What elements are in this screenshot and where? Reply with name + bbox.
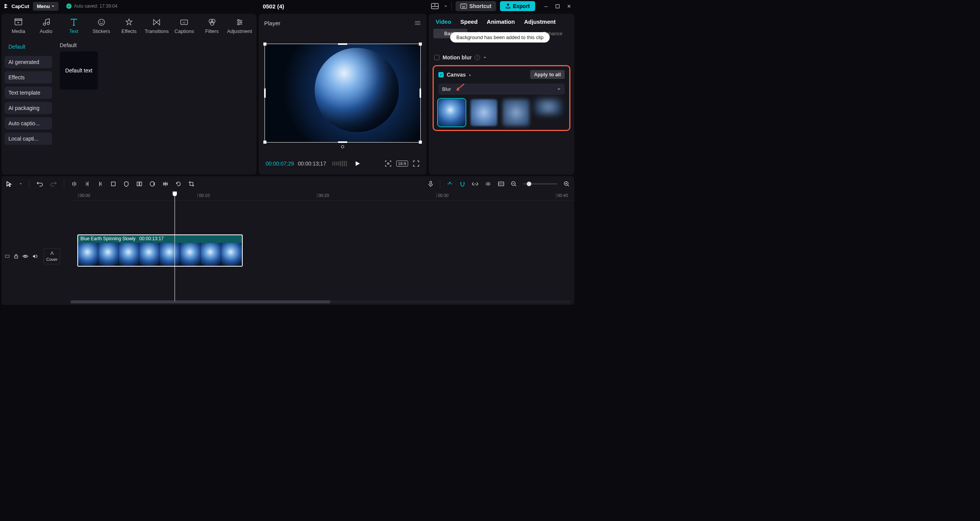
inspector-tab-adjustment[interactable]: Adjustment: [524, 18, 556, 25]
redo-icon[interactable]: [50, 181, 57, 187]
time-current: 00:00:07;29: [266, 161, 294, 167]
align-icon[interactable]: [485, 181, 492, 187]
zoom-out-icon[interactable]: [511, 181, 517, 187]
resize-handle-br[interactable]: [419, 141, 422, 144]
lock-icon[interactable]: [14, 254, 18, 259]
clip-thumbnail: [78, 243, 99, 266]
sidebar-item-effects[interactable]: Effects: [5, 71, 52, 84]
play-button[interactable]: [354, 161, 361, 167]
canvas-section-highlight: ✓ Canvas ▴ Apply to all Blur: [433, 65, 570, 131]
inspector-tab-speed[interactable]: Speed: [461, 18, 478, 25]
delete-right-icon[interactable]: [97, 181, 103, 187]
close-button[interactable]: ✕: [566, 3, 572, 9]
undo-icon[interactable]: [36, 181, 43, 187]
inspector-tab-video[interactable]: Video: [436, 18, 451, 25]
blur-preset-4[interactable]: [535, 99, 562, 115]
resize-handle-tl[interactable]: [263, 43, 266, 46]
shield-icon[interactable]: [123, 181, 129, 187]
fullscreen-icon[interactable]: [413, 160, 420, 167]
shortcut-button[interactable]: Shortcut: [456, 1, 496, 11]
inspector-tab-animation[interactable]: Animation: [487, 18, 515, 25]
split-icon[interactable]: [71, 181, 77, 187]
apply-to-all-button[interactable]: Apply to all: [530, 70, 565, 79]
rotate-icon[interactable]: [175, 181, 181, 187]
tab-text[interactable]: Text: [60, 16, 87, 36]
clip-thumbnail: [99, 243, 119, 266]
tab-media[interactable]: Media: [5, 16, 32, 36]
tab-audio[interactable]: Audio: [32, 16, 60, 36]
mute-icon[interactable]: [32, 254, 38, 259]
player-menu-icon[interactable]: [414, 20, 421, 26]
reverse-icon[interactable]: [136, 181, 142, 187]
export-button[interactable]: Export: [500, 1, 535, 11]
aspect-ratio-button[interactable]: 16:9: [396, 161, 408, 167]
clip-thumbnail: [160, 243, 181, 266]
resize-handle-bottom[interactable]: [338, 141, 347, 143]
mic-icon[interactable]: [428, 180, 434, 187]
minimize-button[interactable]: ─: [543, 3, 549, 9]
blur-dropdown[interactable]: Blur: [438, 84, 565, 95]
resize-handle-top[interactable]: [338, 43, 347, 45]
selection-tool-icon[interactable]: [6, 181, 12, 187]
help-icon[interactable]: ?: [475, 55, 480, 60]
chevron-up-icon[interactable]: ▴: [469, 72, 471, 77]
blur-preset-3[interactable]: [503, 99, 529, 126]
motion-blur-checkbox[interactable]: [434, 55, 439, 60]
preview-frame[interactable]: [265, 44, 421, 143]
timeline-ruler[interactable]: 00:00 00:10 00:20 00:30 00:40: [70, 192, 574, 201]
crop2-icon[interactable]: [188, 181, 194, 187]
mirror-icon[interactable]: [162, 181, 168, 187]
link-icon[interactable]: [472, 181, 479, 187]
default-text-card[interactable]: Default text: [60, 51, 98, 90]
sidebar-item-local-captions[interactable]: Local capti...: [5, 133, 52, 145]
video-clip[interactable]: Blue Earth Spinning Slowly 00:00:13:17: [77, 234, 243, 267]
sidebar-item-text-template[interactable]: Text template: [5, 87, 52, 99]
magnet-track-icon[interactable]: [459, 181, 466, 187]
svg-point-7: [465, 5, 466, 5]
playhead[interactable]: [175, 192, 175, 301]
cover-label: Cover: [46, 257, 57, 262]
tab-transitions[interactable]: Transitions: [143, 16, 170, 36]
preview-area[interactable]: [264, 30, 421, 156]
resize-handle-bl[interactable]: [263, 141, 266, 144]
sidebar-item-auto-captions[interactable]: Auto captio...: [5, 117, 52, 129]
blur-preset-1[interactable]: [438, 99, 465, 126]
zoom-slider[interactable]: [523, 183, 557, 185]
sidebar-item-ai-packaging[interactable]: AI packaging: [5, 102, 52, 114]
sidebar-item-default[interactable]: Default: [5, 41, 52, 53]
svg-point-20: [211, 19, 215, 23]
crop-icon[interactable]: [110, 181, 116, 187]
track-toggle-icon[interactable]: [5, 254, 10, 259]
sidebar-item-ai-generated[interactable]: AI generated: [5, 56, 52, 68]
resize-handle-right[interactable]: [420, 88, 421, 98]
zoom-in-icon[interactable]: [564, 181, 570, 187]
zoom-slider-thumb[interactable]: [527, 182, 531, 186]
chevron-down-icon[interactable]: [444, 5, 448, 8]
tab-stickers[interactable]: Stickers: [88, 16, 115, 36]
resize-handle-tr[interactable]: [419, 43, 422, 46]
resize-handle-left[interactable]: [264, 88, 266, 98]
maximize-button[interactable]: [554, 3, 560, 9]
menu-button[interactable]: Menu: [33, 2, 59, 11]
tab-captions[interactable]: ccCaptions: [170, 16, 198, 36]
cover-button[interactable]: Cover: [44, 248, 60, 264]
scan-icon[interactable]: [385, 160, 392, 167]
tab-effects[interactable]: Effects: [115, 16, 143, 36]
scrollbar-thumb[interactable]: [70, 300, 330, 303]
magnet-main-icon[interactable]: [446, 181, 453, 187]
rotate-handle[interactable]: [341, 145, 344, 148]
delete-left-icon[interactable]: [84, 181, 90, 187]
chevron-down-icon[interactable]: [19, 182, 22, 185]
preview-toggle-icon[interactable]: [498, 181, 505, 187]
tab-adjustment[interactable]: Adjustment: [226, 16, 253, 36]
freeze-icon[interactable]: [149, 181, 155, 187]
chevron-down-icon[interactable]: [483, 56, 487, 59]
eye-icon[interactable]: [22, 254, 28, 259]
timeline[interactable]: 00:00 00:10 00:20 00:30 00:40 Cover Blue…: [2, 192, 574, 305]
blur-preset-2[interactable]: [470, 99, 497, 126]
tab-filters[interactable]: Filters: [198, 16, 226, 36]
timeline-scrollbar[interactable]: [70, 300, 570, 303]
svg-rect-43: [15, 256, 18, 258]
layout-icon[interactable]: [430, 2, 440, 11]
canvas-checkbox[interactable]: ✓: [438, 72, 444, 77]
